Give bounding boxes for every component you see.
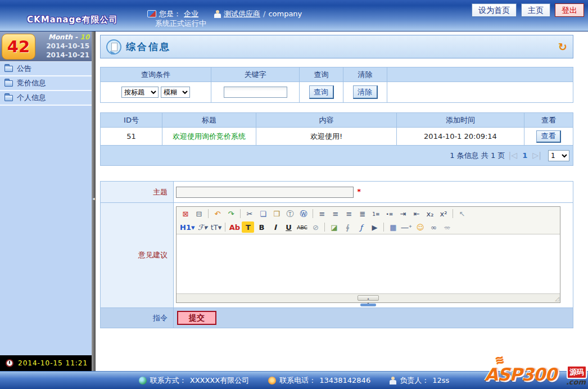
bold-icon[interactable]: B <box>255 221 268 233</box>
col-header-title: 标题 <box>162 113 256 128</box>
justify-icon[interactable]: ≣ <box>356 208 369 219</box>
cut-icon[interactable]: ✂ <box>243 208 256 219</box>
row-title-link[interactable]: 欢迎使用询价竞价系统 <box>173 132 246 141</box>
cell-id: 51 <box>101 128 162 146</box>
sidebar: 42 Month - 10 2014-10-15 2014-10-21 公告 竞… <box>0 31 92 355</box>
query-header-empty <box>387 67 573 82</box>
speech-bubble-icon <box>106 39 121 55</box>
subject-label: 主题 <box>101 182 174 203</box>
month-value: 10 <box>80 33 89 41</box>
app-logo: CKManage有限公司 <box>27 15 117 25</box>
table-icon[interactable]: ▦ <box>387 221 399 233</box>
globe-icon <box>139 377 147 385</box>
unordered-list-icon[interactable]: •≡ <box>383 208 396 219</box>
corner-resize-grip[interactable]: ◿ <box>555 296 559 302</box>
fullscreen-icon[interactable]: ⊠ <box>179 208 192 219</box>
week-number-badge: 42 <box>2 34 35 60</box>
phone-value: 13438142846 <box>319 376 370 385</box>
copy-icon[interactable]: ❏ <box>257 208 269 219</box>
home-button[interactable]: 主页 <box>522 4 550 16</box>
asp300-watermark: ≋ ASP300 源码 .com <box>485 356 587 388</box>
submit-button[interactable]: 提交 <box>177 311 216 325</box>
highlight-icon[interactable]: T <box>242 221 254 233</box>
remove-format-icon[interactable]: ⊘ <box>309 221 322 233</box>
flash-icon[interactable]: ƒ <box>355 221 367 233</box>
editor-toolbar-row1: ⊠⊟↶↷✂❏❒ⓉⓌ≡≡≡≣1≡•≡⇥⇤x₂x²↖ <box>177 207 560 220</box>
refresh-icon[interactable]: ↻ <box>558 40 567 53</box>
cell-content: 欢迎使用! <box>256 128 397 146</box>
font-family-icon[interactable]: ℱ▾ <box>196 221 209 233</box>
set-homepage-button[interactable]: 设为首页 <box>472 4 516 16</box>
col-header-id: ID号 <box>101 113 162 128</box>
match-mode-select[interactable]: 模糊 <box>161 87 190 98</box>
link-icon[interactable]: ∞ <box>427 221 440 233</box>
underline-icon[interactable]: U <box>282 221 295 233</box>
clear-button[interactable]: 清除 <box>353 85 378 99</box>
paste-icon[interactable]: ❒ <box>270 208 283 219</box>
query-button[interactable]: 查询 <box>309 85 334 99</box>
folder-icon <box>4 66 13 72</box>
text-color-icon[interactable]: Ab <box>228 221 241 233</box>
page-select[interactable]: 1 <box>548 150 569 161</box>
logout-button[interactable]: 登出 <box>555 4 584 16</box>
clock-icon <box>6 359 13 367</box>
align-right-icon[interactable]: ≡ <box>343 208 355 219</box>
heading-icon[interactable]: H1▾ <box>179 221 195 233</box>
account-name: company <box>268 9 302 19</box>
status-datetime: 2014-10-15 11:21 <box>18 359 88 367</box>
keyword-input[interactable] <box>224 87 287 98</box>
toolbar-divider <box>324 223 325 232</box>
unlink-icon[interactable]: ∞ <box>441 221 453 233</box>
user-type-link[interactable]: 企业 <box>184 9 198 19</box>
image-icon[interactable]: ◪ <box>328 221 340 233</box>
paste-text-icon[interactable]: Ⓣ <box>284 208 296 219</box>
print-icon[interactable]: ⊟ <box>193 208 205 219</box>
select-all-icon[interactable]: ↖ <box>456 208 468 219</box>
contact-value: XXXXXX有限公司 <box>190 376 249 386</box>
undo-icon[interactable]: ↶ <box>211 208 224 219</box>
person-icon <box>390 377 396 385</box>
sidebar-item-announcements[interactable]: 公告 <box>0 62 92 76</box>
page-title: 综合信息 <box>126 40 171 53</box>
align-center-icon[interactable]: ≡ <box>329 208 342 219</box>
calendar-date-from: 2014-10-15 <box>39 42 89 51</box>
watermark-brand: ASP300 <box>485 364 557 385</box>
attachment-icon[interactable]: ∮ <box>341 221 354 233</box>
strikethrough-icon[interactable]: ABC <box>296 221 308 233</box>
subscript-icon[interactable]: x₂ <box>424 208 436 219</box>
editor-label: 意见建议 <box>101 203 174 308</box>
table-row: 51 欢迎使用询价竞价系统 欢迎使用! 2014-10-1 20:09:14 查… <box>101 128 573 146</box>
query-header-clear: 清除 <box>343 67 387 82</box>
superscript-icon[interactable]: x² <box>437 208 450 219</box>
query-form: 查询条件 关键字 查询 清除 按标题 模糊 查询 清除 <box>100 67 573 103</box>
contact-label: 联系方式： <box>150 376 187 386</box>
last-page-icon[interactable]: ▷| <box>532 151 541 160</box>
ordered-list-icon[interactable]: 1≡ <box>370 208 382 219</box>
resize-handle[interactable]: ▴▾ <box>358 295 379 301</box>
outdent-icon[interactable]: ⇤ <box>410 208 423 219</box>
editor-content-area[interactable] <box>177 234 560 293</box>
user-info-block: 您是： 企业 测试供应商 / company 系统正式运行中 <box>147 9 302 28</box>
sidebar-item-bidding-info[interactable]: 竞价信息 <box>0 76 92 91</box>
horizontal-rule-icon[interactable]: ―⁺ <box>400 221 413 233</box>
media-icon[interactable]: ▶ <box>368 221 381 233</box>
align-left-icon[interactable]: ≡ <box>316 208 328 219</box>
subject-input[interactable] <box>176 187 354 198</box>
italic-icon[interactable]: I <box>269 221 281 233</box>
collapse-sidebar-icon[interactable]: ◂ <box>92 194 96 204</box>
current-page-number[interactable]: 1 <box>522 151 527 160</box>
emoticon-icon[interactable]: ☺ <box>414 221 426 233</box>
toolbar-divider <box>240 209 241 218</box>
view-button[interactable]: 查看 <box>536 130 561 143</box>
paste-word-icon[interactable]: Ⓦ <box>297 208 310 219</box>
user-prefix-label: 您是： <box>159 9 181 19</box>
first-page-icon[interactable]: |◁ <box>509 151 518 160</box>
redo-icon[interactable]: ↷ <box>225 208 237 219</box>
editor-toolbar-row2: H1▾ℱ▾tT▾AbTBIUABC⊘◪∮ƒ▶▦―⁺☺∞∞ <box>177 220 560 234</box>
supplier-link[interactable]: 测试供应商 <box>224 9 260 19</box>
resize-nub[interactable] <box>360 304 376 306</box>
sidebar-item-personal-info[interactable]: 个人信息 <box>0 91 92 106</box>
search-field-select[interactable]: 按标题 <box>121 87 159 98</box>
font-size-icon[interactable]: tT▾ <box>210 221 222 233</box>
indent-icon[interactable]: ⇥ <box>397 208 409 219</box>
